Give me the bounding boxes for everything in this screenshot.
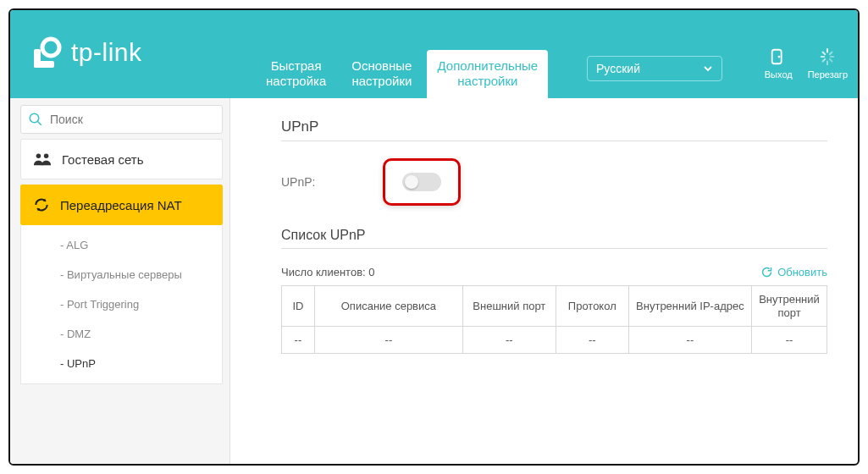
sidebar-sub-virtual-servers[interactable]: Виртуальные серверы — [21, 260, 222, 289]
sidebar-item-label: Переадресация NAT — [60, 198, 182, 212]
logout-icon — [769, 47, 788, 66]
cell-empty: -- — [282, 327, 315, 354]
th-proto: Протокол — [556, 286, 628, 327]
refresh-label: Обновить — [777, 266, 827, 278]
refresh-button[interactable]: Обновить — [760, 266, 827, 278]
tab-basic-settings[interactable]: Основные настройки — [341, 50, 422, 99]
sidebar-sub-upnp[interactable]: UPnP — [21, 349, 222, 378]
cell-empty: -- — [752, 327, 827, 354]
cell-empty: -- — [556, 327, 628, 354]
section-title-upnp: UPnP — [281, 118, 827, 135]
content: UPnP UPnP: Список UPnP Число клиентов: 0… — [230, 98, 858, 464]
logout-label: Выход — [765, 69, 793, 80]
header-tabs: Быстрая настройка Основные настройки Доп… — [256, 50, 548, 99]
users-icon — [33, 152, 52, 167]
clients-count: Число клиентов: 0 — [281, 266, 375, 278]
search-box[interactable] — [20, 105, 223, 134]
tp-link-icon — [30, 36, 64, 69]
th-id: ID — [282, 286, 315, 327]
sidebar-sub-alg[interactable]: ALG — [21, 230, 222, 260]
upnp-label: UPnP: — [281, 175, 315, 189]
svg-line-12 — [830, 52, 832, 55]
upnp-table: ID Описание сервиса Внешний порт Протоко… — [281, 285, 827, 354]
svg-line-14 — [37, 121, 41, 125]
language-value: Русский — [596, 62, 640, 75]
sidebar-item-label: Гостевая сеть — [62, 152, 143, 167]
upnp-list-title: Список UPnP — [281, 228, 827, 243]
th-desc: Описание сервиса — [314, 286, 462, 327]
sidebar-submenu-nat: ALG Виртуальные серверы Port Triggering … — [20, 225, 223, 384]
th-ext-port: Внешний порт — [462, 286, 556, 327]
th-int-port: Внутренний порт — [752, 286, 827, 327]
reload-label: Перезагр — [808, 69, 848, 80]
reload-button[interactable]: Перезагр — [808, 47, 848, 80]
sidebar-item-guest-network[interactable]: Гостевая сеть — [20, 139, 223, 179]
svg-line-11 — [823, 59, 826, 62]
chevron-down-icon — [703, 63, 713, 74]
svg-line-10 — [830, 59, 832, 62]
tab-quick-setup[interactable]: Быстрая настройка — [256, 50, 336, 99]
svg-point-4 — [778, 56, 781, 58]
svg-point-0 — [42, 39, 59, 56]
sidebar-sub-dmz[interactable]: DMZ — [21, 319, 222, 349]
search-input[interactable] — [50, 113, 215, 126]
svg-point-15 — [36, 154, 41, 159]
svg-point-13 — [30, 113, 39, 123]
search-icon — [28, 112, 43, 127]
tab-advanced-settings[interactable]: Дополнительные настройки — [427, 50, 548, 99]
refresh-icon — [760, 266, 773, 278]
svg-point-16 — [44, 154, 49, 159]
upnp-setting-row: UPnP: — [281, 158, 827, 206]
svg-line-9 — [823, 52, 826, 55]
header-actions: Выход Перезагр — [765, 47, 848, 80]
language-select[interactable]: Русский — [587, 56, 722, 81]
th-int-ip: Внутренний IP-адрес — [628, 286, 751, 327]
refresh-icon — [33, 196, 50, 213]
upnp-toggle[interactable] — [402, 173, 441, 191]
cell-empty: -- — [628, 327, 751, 354]
logout-button[interactable]: Выход — [765, 47, 793, 80]
svg-rect-2 — [34, 61, 54, 68]
sidebar-sub-port-triggering[interactable]: Port Triggering — [21, 289, 222, 319]
divider — [281, 141, 827, 141]
upnp-toggle-highlight — [383, 158, 461, 206]
brand-logo: tp-link — [30, 36, 142, 69]
sidebar-item-nat[interactable]: Переадресация NAT — [20, 185, 223, 225]
divider — [281, 248, 827, 249]
loading-icon — [818, 47, 837, 66]
cell-empty: -- — [314, 327, 462, 354]
brand-text: tp-link — [71, 38, 142, 67]
table-row: -- -- -- -- -- -- — [282, 327, 827, 354]
header: tp-link Быстрая настройка Основные настр… — [10, 10, 858, 98]
cell-empty: -- — [462, 327, 556, 354]
sidebar: Гостевая сеть Переадресация NAT ALG Вирт… — [10, 98, 230, 464]
